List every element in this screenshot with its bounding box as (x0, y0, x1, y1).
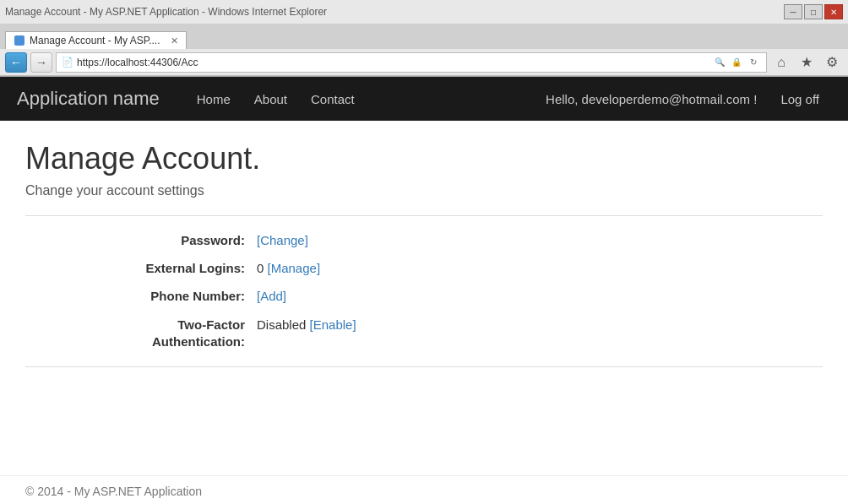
external-logins-value: 0 [Manage] (257, 261, 320, 275)
bottom-divider (25, 366, 823, 367)
manage-logins-link[interactable]: [Manage] (268, 261, 321, 275)
top-divider (25, 215, 823, 216)
external-logins-row: External Logins: 0 [Manage] (93, 261, 823, 275)
page-subtitle: Change your account settings (25, 183, 823, 198)
forward-button[interactable]: → (30, 52, 52, 73)
tab-favicon (14, 35, 24, 46)
navbar-logoff-link[interactable]: Log off (769, 79, 831, 120)
phone-number-row: Phone Number: [Add] (93, 289, 823, 303)
password-value: [Change] (257, 233, 308, 247)
footer: © 2014 - My ASP.NET Application (0, 475, 848, 504)
two-factor-status: Disabled (257, 317, 310, 332)
password-row: Password: [Change] (93, 233, 823, 247)
nav-link-about[interactable]: About (242, 79, 299, 120)
refresh-icon[interactable]: ↻ (746, 55, 761, 70)
tab-close-button[interactable]: ✕ (169, 35, 181, 46)
change-password-link[interactable]: [Change] (257, 233, 308, 247)
url-text: https://localhost:44306/Acc (77, 57, 712, 68)
phone-number-value: [Add] (257, 289, 286, 303)
nav-link-home[interactable]: Home (185, 79, 242, 120)
close-button[interactable]: ✕ (824, 4, 843, 19)
nav-link-contact[interactable]: Contact (299, 79, 367, 120)
home-icon[interactable]: ⌂ (770, 52, 792, 73)
footer-text: © 2014 - My ASP.NET Application (25, 485, 202, 498)
phone-number-label: Phone Number: (93, 289, 245, 303)
navbar-brand[interactable]: Application name (17, 88, 160, 110)
navbar-user-greeting: Hello, developerdemo@hotmail.com ! (534, 79, 769, 120)
search-url-icon[interactable]: 🔍 (712, 55, 727, 70)
navbar: Application name Home About Contact Hell… (0, 77, 848, 121)
back-button[interactable]: ← (5, 52, 27, 73)
settings-icon[interactable]: ⚙ (821, 52, 843, 73)
window-controls: ─ □ ✕ (784, 4, 843, 19)
external-logins-count: 0 (257, 261, 268, 275)
navbar-links: Home About Contact (185, 79, 367, 120)
two-factor-value: Disabled [Enable] (257, 317, 356, 332)
two-factor-label-line2: Authentication: (152, 334, 245, 349)
navbar-right: Hello, developerdemo@hotmail.com ! Log o… (534, 79, 831, 120)
two-factor-row: Two-Factor Authentication: Disabled [Ena… (93, 317, 823, 350)
maximize-button[interactable]: □ (804, 4, 823, 19)
two-factor-label: Two-Factor Authentication: (93, 317, 245, 350)
page-icon: 📄 (62, 57, 73, 68)
enable-2fa-link[interactable]: [Enable] (310, 317, 356, 332)
lock-icon: 🔒 (729, 55, 744, 70)
minimize-button[interactable]: ─ (784, 4, 802, 19)
main-content: Manage Account. Change your account sett… (0, 121, 848, 475)
favorites-icon[interactable]: ★ (796, 52, 818, 73)
tab-label: Manage Account - My ASP.... (30, 35, 160, 46)
url-bar[interactable]: 📄 https://localhost:44306/Acc 🔍 🔒 ↻ (56, 52, 767, 73)
browser-tab[interactable]: Manage Account - My ASP.... ✕ (5, 31, 187, 49)
password-label: Password: (93, 233, 245, 247)
window-title: Manage Account - My ASP.NET Application … (5, 6, 327, 18)
account-settings-table: Password: [Change] External Logins: 0 [M… (93, 233, 823, 350)
external-logins-label: External Logins: (93, 261, 245, 275)
add-phone-link[interactable]: [Add] (257, 289, 286, 303)
two-factor-label-line1: Two-Factor (177, 317, 245, 332)
page-title: Manage Account. (25, 141, 823, 176)
